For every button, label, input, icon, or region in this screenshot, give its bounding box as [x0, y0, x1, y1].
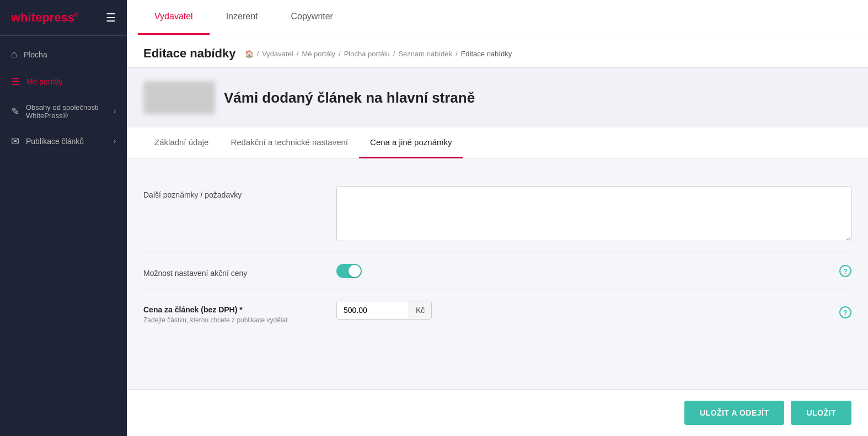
tab-vydavatel[interactable]: Vydavatel	[138, 0, 210, 35]
tab-zakladni-udaje[interactable]: Základní údaje	[143, 127, 219, 158]
sidebar-item-label: Plocha	[24, 50, 47, 59]
top-nav-tabs: Vydavatel Inzerent Copywriter	[127, 0, 350, 35]
sidebar-item-label: Mé portály	[26, 77, 62, 86]
chevron-right-icon: ›	[114, 137, 116, 145]
price-unit: Kč	[409, 301, 431, 319]
save-exit-button[interactable]: ULOŽIT A ODEJÍT	[684, 401, 784, 425]
toggle-control	[336, 264, 851, 278]
article-header: Vámi dodaný článek na hlavní straně	[127, 68, 868, 127]
sidebar-item-plocha[interactable]: ⌂ Plocha	[0, 41, 127, 68]
breadcrumb-vydavatel[interactable]: Vydavatel	[262, 50, 293, 58]
hamburger-icon[interactable]: ☰	[106, 11, 116, 24]
sidebar-item-me-portaly[interactable]: ☰ Mé portály	[0, 68, 127, 95]
price-input-wrap: Kč	[336, 301, 432, 320]
form-footer: ULOŽIT A ODEJÍT ULOŽIT	[127, 389, 868, 436]
breadcrumb-home[interactable]: 🏠	[245, 50, 254, 58]
article-image	[143, 81, 215, 114]
form-content: Další poznámky / požadavky Možnost nasta…	[127, 158, 868, 389]
content-area: Editace nabídky 🏠 / Vydavatel / Mé portá…	[127, 35, 868, 436]
tab-redakcni[interactable]: Redakční a technické nastavení	[219, 127, 359, 158]
form-row-notes: Další poznámky / požadavky	[143, 175, 851, 253]
breadcrumb-seznam-nabidek[interactable]: Seznam nabídek	[398, 50, 452, 58]
toggle-help-icon[interactable]: ?	[839, 265, 851, 277]
article-title: Vámi dodaný článek na hlavní straně	[224, 89, 475, 107]
breadcrumb-current: Editace nabídky	[461, 50, 512, 58]
sidebar-item-label: Obsahy od společnostiWhitePress®	[26, 103, 99, 120]
logo-area: whitepress® ☰	[0, 0, 127, 35]
portals-icon: ☰	[11, 76, 20, 88]
tab-copywriter[interactable]: Copywriter	[274, 0, 349, 35]
page-title: Editace nabídky	[143, 46, 236, 61]
notes-textarea[interactable]	[336, 186, 851, 241]
breadcrumb-me-portaly[interactable]: Mé portály	[302, 50, 335, 58]
breadcrumb: 🏠 / Vydavatel / Mé portály / Plocha port…	[245, 50, 512, 58]
page-header-top: Editace nabídky 🏠 / Vydavatel / Mé portá…	[143, 46, 851, 61]
notes-label: Další poznámky / požadavky	[143, 186, 320, 199]
sidebar-item-publikace[interactable]: ✉ Publikace článků ›	[0, 127, 127, 155]
main-layout: ⌂ Plocha ☰ Mé portály ✎ Obsahy od společ…	[0, 35, 868, 436]
tab-cena[interactable]: Cena a jiné poznámky	[359, 127, 463, 158]
sidebar-item-label: Publikace článků	[26, 137, 84, 146]
edit-icon: ✎	[11, 105, 19, 118]
article-icon: ✉	[11, 135, 19, 147]
price-sublabel: Zadejte částku, kterou chcete z publikac…	[143, 316, 320, 324]
action-price-toggle[interactable]	[336, 264, 362, 278]
home-icon: ⌂	[11, 49, 17, 60]
tab-bar: Základní údaje Redakční a technické nast…	[127, 127, 868, 158]
page-header: Editace nabídky 🏠 / Vydavatel / Mé portá…	[127, 35, 868, 68]
logo: whitepress®	[11, 10, 78, 25]
save-button[interactable]: ULOŽIT	[791, 401, 851, 425]
breadcrumb-plocha-portalu[interactable]: Plocha portálu	[344, 50, 390, 58]
form-row-toggle: Možnost nastavení akční ceny ?	[143, 253, 851, 290]
chevron-right-icon: ›	[114, 108, 116, 115]
sidebar-item-obsahy[interactable]: ✎ Obsahy od společnostiWhitePress® ›	[0, 95, 127, 127]
form-row-price: Cena za článek (bez DPH) * Zadejte částk…	[143, 290, 851, 335]
sidebar: ⌂ Plocha ☰ Mé portály ✎ Obsahy od společ…	[0, 35, 127, 436]
toggle-label: Možnost nastavení akční ceny	[143, 264, 320, 278]
notes-control	[336, 186, 851, 241]
tab-inzerent[interactable]: Inzerent	[210, 0, 275, 35]
price-label: Cena za článek (bez DPH) * Zadejte částk…	[143, 301, 320, 324]
price-input[interactable]	[337, 301, 409, 319]
price-control: Kč	[336, 301, 851, 320]
toggle-knob	[349, 265, 361, 277]
price-help-icon[interactable]: ?	[839, 306, 851, 318]
top-nav: whitepress® ☰ Vydavatel Inzerent Copywri…	[0, 0, 868, 35]
